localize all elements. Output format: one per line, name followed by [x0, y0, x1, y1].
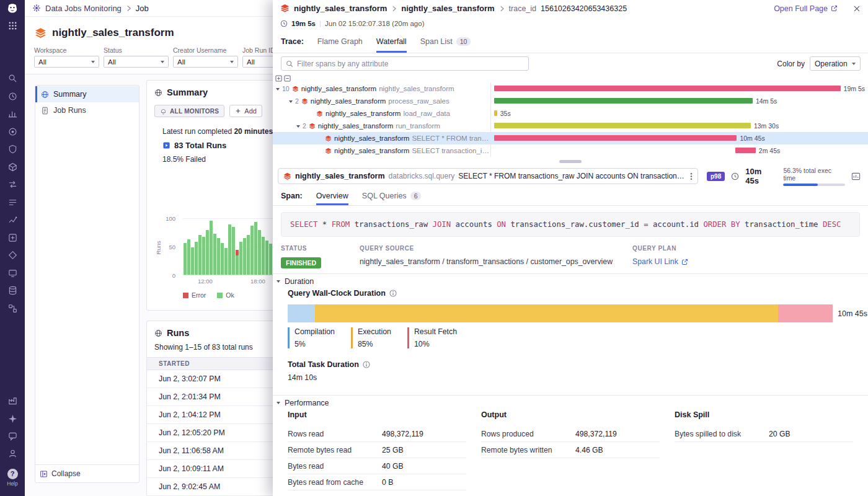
info-icon[interactable] — [389, 290, 397, 297]
chevron-down-icon — [230, 61, 234, 65]
add-button[interactable]: Add — [229, 105, 262, 117]
integrations-icon[interactable] — [0, 231, 25, 244]
exec-time: 56.3% total exec time — [783, 167, 845, 186]
span-bar[interactable] — [735, 148, 756, 153]
tab-sql-queries[interactable]: SQL Queries6 — [362, 186, 422, 205]
metric-row: Bytes read40 GB — [288, 458, 466, 474]
span-bar[interactable] — [494, 110, 497, 116]
organization-icon[interactable] — [0, 394, 25, 407]
span-selector[interactable]: nightly_sales_transform databricks.sql.q… — [278, 168, 698, 184]
metrics-icon[interactable] — [0, 107, 25, 120]
info-icon[interactable] — [363, 361, 370, 368]
database-icon[interactable] — [0, 283, 25, 297]
close-icon[interactable] — [853, 5, 861, 12]
tab-overview[interactable]: Overview — [316, 186, 348, 205]
job-stack-icon — [35, 27, 46, 39]
spark-ui-link[interactable]: Spark UI Link — [632, 257, 688, 266]
collapse-button[interactable]: Collapse — [35, 464, 139, 482]
all-monitors-button[interactable]: ALL MONITORS — [154, 105, 224, 117]
total-task-duration-label: Total Task Duration — [288, 360, 370, 369]
span-bar[interactable] — [494, 123, 750, 128]
span-duration: 14m 5s — [756, 97, 777, 105]
color-by-select[interactable]: Operation — [810, 56, 861, 71]
filter-label: Creator Username — [173, 46, 238, 54]
workspace-select[interactable]: All — [34, 56, 99, 68]
account-icon[interactable] — [0, 446, 25, 460]
security-icon[interactable] — [0, 142, 25, 156]
span-bar[interactable] — [494, 86, 841, 91]
assistant-sparkle-icon[interactable] — [0, 412, 25, 425]
chart-bar — [198, 235, 202, 275]
feedback-icon[interactable] — [0, 429, 25, 443]
span-service: nightly_sales_transform — [301, 85, 376, 92]
expand-all-icon[interactable] — [275, 75, 282, 82]
pipelines-icon[interactable] — [0, 213, 25, 226]
chart-bar — [187, 239, 190, 275]
synthetics-icon[interactable] — [0, 248, 25, 262]
chart-bar — [221, 243, 224, 275]
legend-result-fetch: Result Fetch 10% — [407, 327, 457, 348]
logs-icon[interactable] — [0, 195, 25, 209]
open-full-page-link[interactable]: Open Full Page — [774, 4, 838, 13]
chevron-right-icon — [126, 4, 131, 12]
tab-flame-graph[interactable]: Flame Graph — [317, 30, 363, 53]
waterfall-row-selected[interactable]: nightly_sales_transform SELECT * FROM tr… — [273, 132, 868, 144]
creator-username-select[interactable]: All — [173, 56, 238, 68]
datadog-logo[interactable] — [0, 0, 25, 17]
span-bar[interactable] — [494, 135, 737, 141]
tab-span-list[interactable]: Span List10 — [420, 30, 471, 53]
waterfall-row[interactable]: nightly_sales_transform load_raw_data 35… — [273, 107, 868, 120]
filter-creator-username: Creator Username All — [173, 46, 238, 68]
sidebar-item-job-runs[interactable]: Job Runs — [35, 102, 139, 118]
sidebar-item-summary[interactable]: Summary — [35, 86, 139, 102]
filter-label: Workspace — [34, 46, 99, 54]
legend-ok-chip — [217, 293, 223, 298]
waterfall-row[interactable]: nightly_sales_transform SELECT transacti… — [273, 144, 868, 157]
column-title: Input — [288, 410, 466, 419]
apm-icon[interactable] — [0, 125, 25, 138]
waterfall-row[interactable]: 2 nightly_sales_transform process_raw_sa… — [273, 95, 868, 107]
waterfall-row[interactable]: 2 nightly_sales_transform run_transform … — [273, 120, 868, 132]
span-search[interactable] — [281, 56, 529, 71]
workflows-icon[interactable] — [0, 301, 25, 315]
trace-id-label: trace_id — [509, 4, 536, 13]
caret-down-icon[interactable] — [296, 125, 300, 130]
kebab-menu-icon[interactable] — [690, 172, 693, 180]
span-search-input[interactable] — [297, 60, 524, 68]
caret-down-icon[interactable] — [289, 100, 293, 105]
execution-segment — [315, 304, 778, 322]
tab-waterfall[interactable]: Waterfall — [376, 30, 407, 53]
trace-service-crumb[interactable]: nightly_sales_transform — [294, 4, 387, 13]
span-view-toggle-icon[interactable] — [851, 172, 861, 181]
legend-execution: Execution 85% — [351, 327, 391, 348]
status-select[interactable]: All — [104, 56, 169, 68]
span-operation: SELECT * FROM transactions... — [412, 135, 490, 142]
globe-icon — [41, 91, 49, 99]
rum-icon[interactable] — [0, 266, 25, 280]
child-count: 2 — [303, 122, 306, 130]
network-icon[interactable] — [0, 177, 25, 191]
trace-meta: 19m 5s | Jun 02 15:02:07.318 (20m ago) — [280, 17, 425, 30]
trace-name-crumb[interactable]: nightly_sales_transform — [401, 4, 494, 13]
apps-grid-icon[interactable] — [0, 19, 25, 32]
infrastructure-icon[interactable] — [0, 160, 25, 174]
performance-section-toggle[interactable]: Performance — [277, 399, 329, 407]
dog-logo-icon — [6, 2, 19, 14]
help-icon[interactable]: ? — [0, 467, 25, 480]
legend-ok-label: Ok — [226, 291, 234, 299]
waterfall-row[interactable]: 10 nightly_sales_transform nightly_sales… — [273, 82, 868, 95]
collapse-all-icon[interactable] — [284, 75, 291, 82]
breadcrumb-product[interactable]: Data Jobs Monitoring — [45, 4, 122, 13]
caret-down-icon[interactable] — [276, 88, 280, 92]
search-icon[interactable] — [0, 71, 25, 85]
duration-section-toggle[interactable]: Duration — [277, 277, 314, 286]
chevron-right-icon — [391, 5, 397, 12]
history-icon[interactable] — [0, 89, 25, 103]
panel-resize-handle[interactable] — [273, 157, 868, 166]
latency-badge: p98 — [707, 172, 725, 181]
databricks-icon — [301, 98, 308, 105]
span-duration: 13m 30s — [754, 122, 779, 130]
child-count: 10 — [282, 85, 290, 92]
span-bar[interactable] — [494, 98, 752, 104]
status-badge: FINISHED — [281, 257, 321, 268]
